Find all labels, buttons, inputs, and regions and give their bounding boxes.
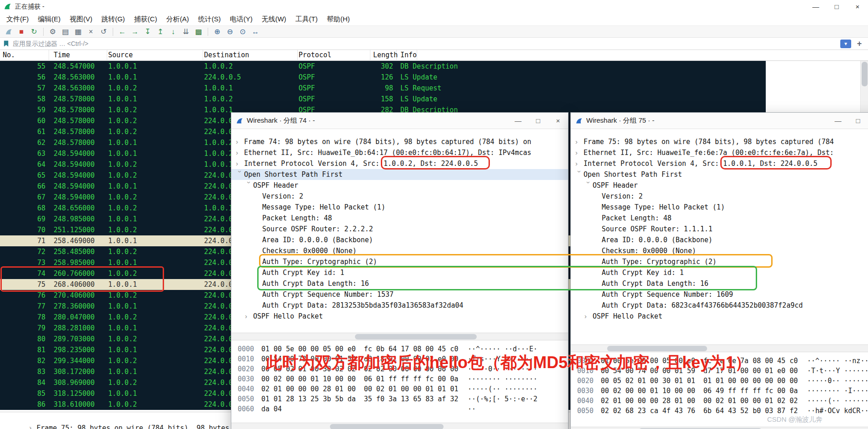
zoom-out-icon[interactable]: ⊖ [224, 27, 236, 37]
hex-row[interactable]: 0060da 04·· [238, 404, 568, 414]
zoom-in-icon[interactable]: ⊕ [211, 27, 223, 37]
main-titlebar[interactable]: 正在捕获 - — □ × [0, 0, 868, 13]
tree-row[interactable]: Version: 2 [571, 191, 868, 202]
expander-icon[interactable]: › [236, 147, 244, 158]
go-back-icon[interactable]: ← [116, 27, 128, 37]
packet-row[interactable]: 57248.5630001.0.0.21.0.0.1OSPF98LS Reque… [0, 83, 766, 94]
expander-icon[interactable]: › [575, 136, 584, 147]
scrollbar-thumb[interactable] [330, 424, 444, 429]
hex-horizontal-scrollbar[interactable] [571, 427, 868, 429]
menu-item[interactable]: 帮助(H) [322, 15, 354, 24]
filter-dropdown-icon[interactable]: ▾ [840, 40, 851, 48]
tree-row[interactable]: Checksum: 0x0000 (None) [231, 245, 568, 256]
tree-horizontal-scrollbar[interactable] [231, 333, 568, 340]
menu-item[interactable]: 统计(S) [194, 15, 225, 24]
autoscroll-icon[interactable]: ⇊ [180, 27, 192, 37]
scrollbar-thumb[interactable] [862, 62, 868, 86]
expander-icon[interactable]: › [245, 311, 253, 322]
tree-row[interactable]: Version: 2 [231, 191, 568, 202]
column-header-info[interactable]: Info [397, 50, 417, 61]
colorize-icon[interactable]: ▩ [193, 27, 205, 37]
minimize-button[interactable]: — [805, 0, 826, 13]
column-header-len[interactable]: Length [370, 50, 397, 61]
tree-row[interactable]: Auth Crypt Key id: 1 [571, 267, 868, 278]
minimize-button[interactable]: — [508, 113, 528, 129]
maximize-button[interactable]: □ [826, 0, 847, 13]
tree-row[interactable]: ›Internet Protocol Version 4, Src: 1.0.0… [231, 158, 568, 169]
menu-item[interactable]: 视图(V) [65, 15, 97, 24]
menu-item[interactable]: 文件(F) [2, 15, 33, 24]
hex-row[interactable]: 002000 05 02 01 00 30 01 01 01 01 00 00 … [577, 376, 868, 386]
tree-row[interactable]: ›Ethernet II, Src: HuaweiTe_fe:6e:7a (00… [571, 147, 868, 158]
expander-icon[interactable]: › [234, 170, 245, 179]
menu-item[interactable]: 工具(T) [291, 15, 322, 24]
menu-item[interactable]: 无线(W) [257, 15, 291, 24]
expander-icon[interactable]: › [575, 147, 584, 158]
go-to-packet-icon[interactable]: ↧ [142, 27, 154, 37]
tree-row[interactable]: Source OSPF Router: 2.2.2.2 [231, 224, 568, 234]
filter-bookmark-icon[interactable] [3, 40, 10, 47]
close-button[interactable]: × [847, 0, 868, 13]
hex-row[interactable]: 004002 01 00 00 00 28 01 00 00 02 01 00 … [238, 384, 568, 394]
tree-row[interactable]: ›OSPF Hello Packet [231, 311, 568, 322]
menu-item[interactable]: 分析(A) [162, 15, 194, 24]
open-file-icon[interactable]: ▤ [60, 27, 71, 37]
tree-row[interactable]: Auth Crypt Data: 2813253b5bda35f03a13658… [231, 300, 568, 311]
hex-row[interactable]: 003000 02 00 00 01 10 00 00 06 49 ff ff … [577, 386, 868, 396]
tree-row[interactable]: ›Open Shortest Path First [231, 169, 568, 180]
tree-row[interactable]: ›OSPF Hello Packet [571, 311, 868, 322]
expander-icon[interactable]: › [583, 181, 594, 190]
expander-icon[interactable]: › [236, 136, 244, 147]
tree-row[interactable]: Auth Type: Cryptographic (2) [231, 256, 568, 267]
reload-icon[interactable]: ↺ [98, 27, 110, 37]
packet75-titlebar[interactable]: Wireshark · 分组 75 · - — □ × [571, 113, 868, 129]
close-button[interactable]: × [548, 113, 568, 129]
packet-row[interactable]: 56248.5630001.0.0.1224.0.0.5OSPF126LS Up… [0, 72, 766, 83]
tree-row[interactable]: Auth Crypt Data Length: 16 [231, 278, 568, 289]
menu-item[interactable]: 跳转(G) [97, 15, 130, 24]
filter-add-button[interactable]: + [854, 39, 864, 49]
column-header-dst[interactable]: Destination [203, 50, 298, 61]
tree-row[interactable]: Message Type: Hello Packet (1) [231, 202, 568, 213]
tree-row[interactable]: Auth Crypt Data Length: 16 [571, 278, 868, 289]
tree-row[interactable]: Source OSPF Router: 1.1.1.1 [571, 224, 868, 234]
tree-row[interactable]: ›Frame 74: 98 bytes on wire (784 bits), … [231, 136, 568, 147]
go-last-packet-icon[interactable]: ↓ [167, 27, 179, 37]
tree-row[interactable]: Packet Length: 48 [571, 213, 868, 224]
tree-row[interactable]: ›Internet Protocol Version 4, Src: 1.0.0… [571, 158, 868, 169]
expander-icon[interactable]: › [575, 158, 584, 169]
expander-icon[interactable]: › [28, 424, 36, 429]
tree-row[interactable]: Packet Length: 48 [231, 213, 568, 224]
expander-icon[interactable]: › [584, 311, 593, 322]
column-header-proto[interactable]: Protocol [298, 50, 370, 61]
menu-item[interactable]: 编辑(E) [33, 15, 65, 24]
tree-horizontal-scrollbar[interactable] [571, 344, 868, 352]
menu-item[interactable]: 捕获(C) [130, 15, 162, 24]
hex-row[interactable]: 003000 02 00 00 01 10 00 00 06 01 ff ff … [238, 374, 568, 384]
column-header-src[interactable]: Source [107, 50, 203, 61]
tree-row[interactable]: ›Frame 75: 98 bytes on wire (784 bits), … [571, 136, 868, 147]
expander-icon[interactable]: › [574, 170, 585, 179]
scrollbar-thumb[interactable] [607, 346, 707, 351]
capture-restart-icon[interactable]: ↻ [28, 27, 40, 37]
tree-row[interactable]: Checksum: 0x0000 (None) [571, 245, 868, 256]
maximize-button[interactable]: □ [848, 113, 868, 129]
tree-row[interactable]: Auth Crypt Sequence Number: 1537 [231, 289, 568, 300]
tree-row[interactable]: Auth Type: Cryptographic (2) [571, 256, 868, 267]
expander-icon[interactable]: › [236, 158, 244, 169]
zoom-reset-icon[interactable]: ⊙ [237, 27, 249, 37]
close-capture-icon[interactable]: × [85, 27, 97, 37]
tree-row[interactable]: Area ID: 0.0.0.0 (Backbone) [571, 234, 868, 245]
tree-row[interactable]: Auth Crypt Key id: 1 [231, 267, 568, 278]
hex-row[interactable]: 005002 02 68 23 ca 4f 43 76 6b 64 43 52 … [577, 406, 868, 416]
tree-row[interactable]: ›Ethernet II, Src: HuaweiTe_0b:64:17 (00… [231, 147, 568, 158]
packet-row[interactable]: 55248.5470001.0.0.11.0.0.2OSPF302DB Desc… [0, 61, 766, 72]
go-first-packet-icon[interactable]: ↥ [155, 27, 166, 37]
minimize-button[interactable]: — [828, 113, 848, 129]
menu-item[interactable]: 电话(Y) [225, 15, 257, 24]
packet74-titlebar[interactable]: Wireshark · 分组 74 · - — □ × [231, 113, 568, 129]
tree-row[interactable]: ›Open Shortest Path First [571, 169, 868, 180]
detail-summary[interactable]: Frame 75: 98 bytes on wire (784 bits), 9… [36, 424, 229, 429]
tree-row[interactable]: Auth Crypt Sequence Number: 1609 [571, 289, 868, 300]
capture-stop-icon[interactable]: ■ [15, 27, 27, 37]
